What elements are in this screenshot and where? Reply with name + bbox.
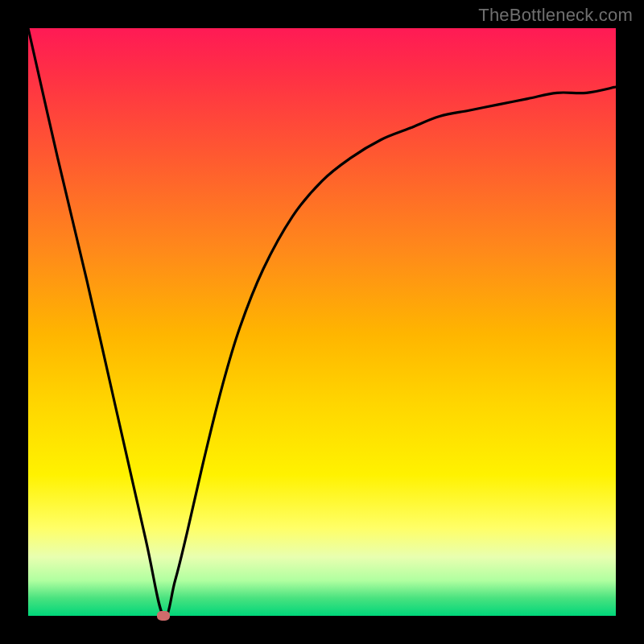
watermark-text: TheBottleneck.com bbox=[478, 5, 633, 26]
bottleneck-curve bbox=[28, 28, 616, 616]
minimum-point-marker bbox=[157, 611, 170, 621]
chart-frame: TheBottleneck.com bbox=[0, 0, 644, 644]
plot-area bbox=[28, 28, 616, 616]
